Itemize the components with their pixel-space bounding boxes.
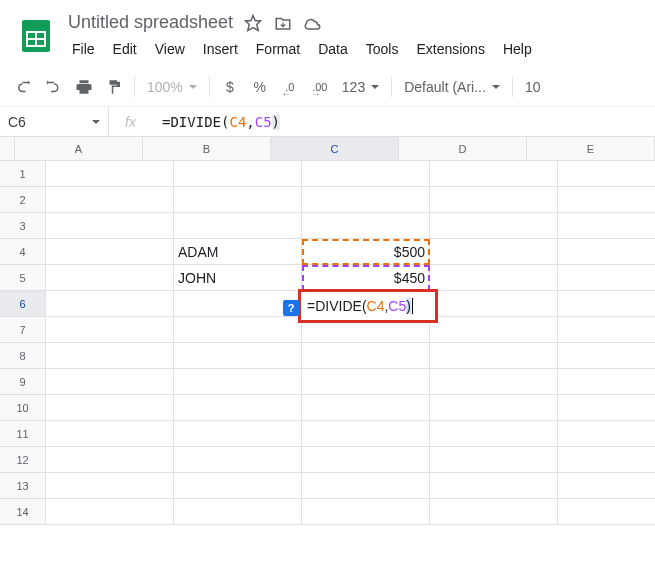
cell-B1[interactable]	[174, 161, 302, 187]
cell-C4[interactable]: $500	[302, 239, 430, 265]
undo-button[interactable]	[10, 73, 38, 101]
col-header-C[interactable]: C	[271, 137, 399, 161]
cell-A6[interactable]	[46, 291, 174, 317]
cell-B11[interactable]	[174, 421, 302, 447]
cell-C2[interactable]	[302, 187, 430, 213]
menu-file[interactable]: File	[64, 37, 103, 61]
cell-B13[interactable]	[174, 473, 302, 499]
cell-D14[interactable]	[430, 499, 558, 525]
cell-A9[interactable]	[46, 369, 174, 395]
cell-C14[interactable]	[302, 499, 430, 525]
cell-A11[interactable]	[46, 421, 174, 447]
redo-button[interactable]	[40, 73, 68, 101]
cell-D7[interactable]	[430, 317, 558, 343]
paint-format-button[interactable]	[100, 73, 128, 101]
cell-D8[interactable]	[430, 343, 558, 369]
cell-E13[interactable]	[558, 473, 655, 499]
row-header-6[interactable]: 6	[0, 291, 46, 317]
menu-view[interactable]: View	[147, 37, 193, 61]
row-header-3[interactable]: 3	[0, 213, 46, 239]
cell-E11[interactable]	[558, 421, 655, 447]
row-header-12[interactable]: 12	[0, 447, 46, 473]
cell-D9[interactable]	[430, 369, 558, 395]
cell-D11[interactable]	[430, 421, 558, 447]
cloud-icon[interactable]	[303, 13, 323, 33]
formula-input[interactable]: =DIVIDE(C4,C5)	[152, 107, 655, 136]
cell-E8[interactable]	[558, 343, 655, 369]
cell-A4[interactable]	[46, 239, 174, 265]
row-header-9[interactable]: 9	[0, 369, 46, 395]
menu-help[interactable]: Help	[495, 37, 540, 61]
cell-C11[interactable]	[302, 421, 430, 447]
row-header-2[interactable]: 2	[0, 187, 46, 213]
menu-edit[interactable]: Edit	[105, 37, 145, 61]
cell-A3[interactable]	[46, 213, 174, 239]
cell-B9[interactable]	[174, 369, 302, 395]
cell-E5[interactable]	[558, 265, 655, 291]
row-header-7[interactable]: 7	[0, 317, 46, 343]
cell-E3[interactable]	[558, 213, 655, 239]
currency-button[interactable]: $	[216, 73, 244, 101]
increase-decimal-button[interactable]: .00→	[306, 73, 334, 101]
font-size-select[interactable]: 10	[519, 79, 547, 95]
cell-B5[interactable]: JOHN	[174, 265, 302, 291]
cell-A2[interactable]	[46, 187, 174, 213]
cell-E6[interactable]	[558, 291, 655, 317]
cell-B8[interactable]	[174, 343, 302, 369]
menu-format[interactable]: Format	[248, 37, 308, 61]
cell-B4[interactable]: ADAM	[174, 239, 302, 265]
cell-E12[interactable]	[558, 447, 655, 473]
cell-A1[interactable]	[46, 161, 174, 187]
menu-extensions[interactable]: Extensions	[408, 37, 492, 61]
cell-C10[interactable]	[302, 395, 430, 421]
cell-D12[interactable]	[430, 447, 558, 473]
cell-D5[interactable]	[430, 265, 558, 291]
row-header-4[interactable]: 4	[0, 239, 46, 265]
row-header-1[interactable]: 1	[0, 161, 46, 187]
cell-D13[interactable]	[430, 473, 558, 499]
cell-A14[interactable]	[46, 499, 174, 525]
cell-A10[interactable]	[46, 395, 174, 421]
cell-A8[interactable]	[46, 343, 174, 369]
formula-help-icon[interactable]: ?	[283, 300, 299, 316]
cell-E10[interactable]	[558, 395, 655, 421]
cell-B12[interactable]	[174, 447, 302, 473]
cell-C12[interactable]	[302, 447, 430, 473]
col-header-A[interactable]: A	[15, 137, 143, 161]
cell-C3[interactable]	[302, 213, 430, 239]
cell-A12[interactable]	[46, 447, 174, 473]
cell-B10[interactable]	[174, 395, 302, 421]
cell-B3[interactable]	[174, 213, 302, 239]
cell-D4[interactable]	[430, 239, 558, 265]
cell-D3[interactable]	[430, 213, 558, 239]
percent-button[interactable]: %	[246, 73, 274, 101]
cell-E4[interactable]	[558, 239, 655, 265]
move-icon[interactable]	[273, 13, 293, 33]
cell-C13[interactable]	[302, 473, 430, 499]
cell-B2[interactable]	[174, 187, 302, 213]
cell-D2[interactable]	[430, 187, 558, 213]
cell-A13[interactable]	[46, 473, 174, 499]
cell-C8[interactable]	[302, 343, 430, 369]
cell-E2[interactable]	[558, 187, 655, 213]
name-box[interactable]: C6	[0, 107, 108, 136]
cell-A5[interactable]	[46, 265, 174, 291]
cell-D10[interactable]	[430, 395, 558, 421]
row-header-10[interactable]: 10	[0, 395, 46, 421]
cell-D6[interactable]	[430, 291, 558, 317]
cell-A7[interactable]	[46, 317, 174, 343]
row-header-8[interactable]: 8	[0, 343, 46, 369]
star-icon[interactable]	[243, 13, 263, 33]
doc-title[interactable]: Untitled spreadsheet	[68, 12, 233, 33]
row-header-5[interactable]: 5	[0, 265, 46, 291]
cell-E14[interactable]	[558, 499, 655, 525]
cell-E9[interactable]	[558, 369, 655, 395]
number-format-select[interactable]: 123	[336, 79, 385, 95]
cell-C1[interactable]	[302, 161, 430, 187]
row-header-11[interactable]: 11	[0, 421, 46, 447]
cell-B14[interactable]	[174, 499, 302, 525]
row-header-13[interactable]: 13	[0, 473, 46, 499]
zoom-select[interactable]: 100%	[141, 79, 203, 95]
cell-E7[interactable]	[558, 317, 655, 343]
cell-B7[interactable]	[174, 317, 302, 343]
